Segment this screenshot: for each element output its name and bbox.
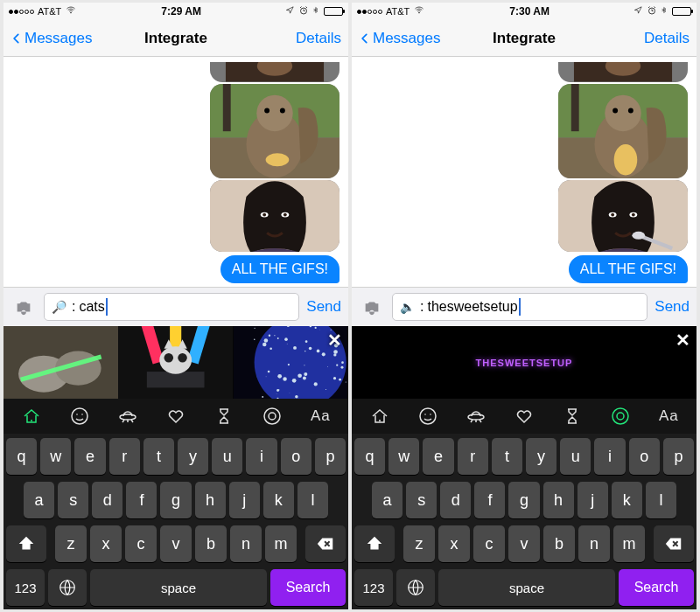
category-text[interactable]: Aa: [306, 402, 334, 430]
globe-key[interactable]: [48, 569, 87, 606]
key-g[interactable]: g: [160, 482, 191, 518]
key-i[interactable]: i: [594, 438, 625, 475]
key-q[interactable]: q: [6, 438, 37, 475]
key-g[interactable]: g: [508, 482, 539, 518]
key-n[interactable]: n: [578, 525, 610, 562]
back-button[interactable]: Messages: [10, 29, 92, 48]
key-c[interactable]: c: [473, 525, 505, 562]
key-k[interactable]: k: [263, 482, 294, 518]
key-e[interactable]: e: [74, 438, 105, 475]
key-f[interactable]: f: [474, 482, 505, 518]
gif-result-0[interactable]: [4, 326, 118, 399]
category-0[interactable]: [366, 402, 394, 430]
key-l[interactable]: l: [646, 482, 676, 518]
key-p[interactable]: p: [663, 438, 694, 475]
send-button[interactable]: Send: [306, 298, 341, 316]
key-n[interactable]: n: [230, 525, 262, 562]
category-4[interactable]: [210, 402, 238, 430]
key-b[interactable]: b: [543, 525, 575, 562]
key-o[interactable]: o: [629, 438, 660, 475]
message-bubble[interactable]: ALL THE GIFS!: [569, 255, 688, 283]
key-v[interactable]: v: [508, 525, 540, 562]
key-s[interactable]: s: [406, 482, 437, 518]
space-key[interactable]: space: [438, 569, 615, 606]
category-2[interactable]: [462, 402, 490, 430]
numeric-key[interactable]: 123: [6, 569, 45, 606]
key-d[interactable]: d: [440, 482, 471, 518]
key-q[interactable]: q: [354, 438, 385, 475]
key-m[interactable]: m: [265, 525, 297, 562]
message-image-1[interactable]: [210, 84, 340, 178]
key-m[interactable]: m: [613, 525, 645, 562]
backspace-key[interactable]: [305, 525, 346, 562]
key-d[interactable]: d: [92, 482, 122, 518]
key-y[interactable]: y: [526, 438, 556, 475]
details-button[interactable]: Details: [296, 30, 341, 47]
key-h[interactable]: h: [543, 482, 574, 518]
message-image-2[interactable]: [558, 180, 688, 252]
key-s[interactable]: s: [58, 482, 88, 518]
camera-button[interactable]: [359, 294, 385, 320]
key-h[interactable]: h: [195, 482, 226, 518]
message-input[interactable]: 🔈: thesweetsetup: [392, 293, 648, 321]
backspace-key[interactable]: [654, 525, 694, 562]
key-j[interactable]: j: [578, 482, 608, 518]
key-w[interactable]: w: [388, 438, 419, 475]
key-u[interactable]: u: [560, 438, 591, 475]
key-i[interactable]: i: [246, 438, 276, 475]
camera-button[interactable]: [10, 294, 37, 320]
category-2[interactable]: [114, 402, 142, 430]
search-key[interactable]: Search: [270, 569, 346, 606]
details-button[interactable]: Details: [644, 30, 690, 47]
back-button[interactable]: Messages: [359, 29, 440, 48]
key-r[interactable]: r: [109, 438, 140, 475]
close-icon[interactable]: ✕: [324, 330, 345, 351]
category-5[interactable]: [606, 402, 634, 430]
space-key[interactable]: space: [90, 569, 267, 606]
key-t[interactable]: t: [144, 438, 174, 475]
search-key[interactable]: Search: [619, 569, 694, 606]
category-0[interactable]: [18, 402, 46, 430]
key-a[interactable]: a: [372, 482, 402, 518]
key-t[interactable]: t: [492, 438, 522, 475]
key-x[interactable]: x: [90, 525, 122, 562]
message-image-2[interactable]: [210, 180, 340, 252]
shift-key[interactable]: [354, 525, 395, 562]
message-image-0[interactable]: [210, 62, 340, 81]
key-j[interactable]: j: [229, 482, 260, 518]
key-z[interactable]: z: [403, 525, 435, 562]
shift-key[interactable]: [6, 525, 46, 562]
key-p[interactable]: p: [315, 438, 346, 475]
key-l[interactable]: l: [298, 482, 328, 518]
key-f[interactable]: f: [126, 482, 157, 518]
key-v[interactable]: v: [160, 525, 192, 562]
category-text[interactable]: Aa: [654, 402, 682, 430]
key-b[interactable]: b: [195, 525, 227, 562]
key-k[interactable]: k: [612, 482, 642, 518]
key-z[interactable]: z: [55, 525, 87, 562]
category-4[interactable]: [558, 402, 586, 430]
gif-result-1[interactable]: [118, 326, 233, 399]
conversation[interactable]: ALL THE GIFS!: [352, 57, 696, 287]
key-x[interactable]: x: [438, 525, 470, 562]
category-5[interactable]: [258, 402, 286, 430]
key-u[interactable]: u: [212, 438, 242, 475]
message-image-1[interactable]: [558, 84, 688, 178]
key-c[interactable]: c: [125, 525, 157, 562]
category-3[interactable]: [510, 402, 538, 430]
conversation[interactable]: ALL THE GIFS!: [4, 57, 348, 287]
key-e[interactable]: e: [423, 438, 453, 475]
message-bubble[interactable]: ALL THE GIFS!: [220, 255, 340, 283]
key-r[interactable]: r: [458, 438, 488, 475]
category-3[interactable]: [162, 402, 190, 430]
send-button[interactable]: Send: [654, 298, 690, 316]
key-a[interactable]: a: [24, 482, 54, 518]
key-w[interactable]: w: [40, 438, 71, 475]
close-icon[interactable]: ✕: [672, 330, 693, 351]
globe-key[interactable]: [396, 569, 435, 606]
key-o[interactable]: o: [281, 438, 312, 475]
message-input[interactable]: 🔎: cats: [44, 293, 299, 321]
message-image-0[interactable]: [558, 62, 688, 81]
numeric-key[interactable]: 123: [354, 569, 393, 606]
category-1[interactable]: [66, 402, 94, 430]
